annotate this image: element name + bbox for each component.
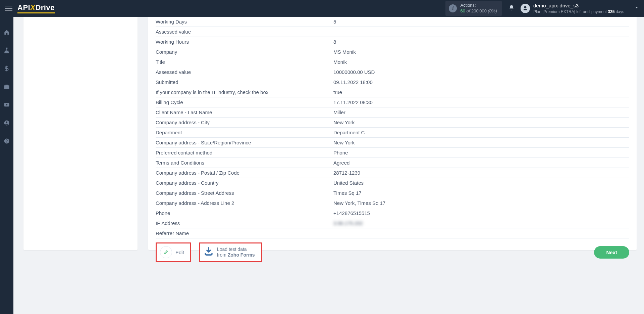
table-row: If your company is in the IT industry, c… — [156, 87, 629, 97]
avatar — [521, 4, 530, 13]
row-key: Working Days — [156, 17, 333, 27]
row-key: Department — [156, 128, 333, 138]
row-key: Company — [156, 47, 333, 57]
info-icon: i — [449, 4, 457, 12]
table-row: Phone+142876515515 — [156, 208, 629, 218]
table-row: Company address - CountryUnited States — [156, 178, 629, 188]
row-key: Assessed value — [156, 67, 333, 77]
row-value: +142876515515 — [333, 208, 629, 218]
load-test-data-button[interactable]: Load test data from Zoho Forms — [199, 242, 262, 262]
edit-icon-circle — [160, 246, 172, 258]
row-key: Company address - Street Address — [156, 188, 333, 198]
right-panel: Working Days5Assessed valueWorking Hours… — [148, 17, 637, 250]
notifications-button[interactable] — [508, 4, 515, 12]
nav-home[interactable] — [0, 27, 13, 38]
row-value: New York — [333, 118, 629, 128]
row-value: Monik — [333, 57, 629, 67]
left-nav — [0, 17, 13, 314]
row-key: Working Hours — [156, 37, 333, 47]
row-key: Billing Cycle — [156, 97, 333, 107]
table-row: Company address - Address Line 2New York… — [156, 198, 629, 208]
row-key: Client Name - Last Name — [156, 107, 333, 118]
content-area: Working Days5Assessed valueWorking Hours… — [13, 17, 644, 314]
edit-label: Edit — [175, 250, 184, 255]
actions-text: Actions: 60 of 200'000 (0%) — [460, 3, 497, 14]
nav-account[interactable] — [0, 118, 13, 128]
actions-total: 200'000 — [471, 8, 487, 13]
row-value: New York, Times Sq 17 — [333, 198, 629, 208]
row-value — [333, 228, 629, 238]
nav-billing[interactable] — [0, 63, 13, 74]
row-key: IP Address — [156, 218, 333, 228]
row-value: 8 — [333, 37, 629, 47]
table-row: Referrer Name — [156, 228, 629, 238]
test-data-table: Working Days5Assessed valueWorking Hours… — [156, 17, 629, 238]
row-value: United States — [333, 178, 629, 188]
nav-help[interactable] — [0, 136, 13, 146]
nav-tools[interactable] — [0, 81, 13, 92]
row-key: Company address - City — [156, 118, 333, 128]
row-key: Referrer Name — [156, 228, 333, 238]
left-panel — [23, 17, 138, 250]
dollar-icon — [4, 65, 10, 72]
row-key: Preferred contact method — [156, 148, 333, 158]
table-row: Assessed value — [156, 27, 629, 37]
actions-counter[interactable]: i Actions: 60 of 200'000 (0%) — [445, 1, 501, 16]
actions-pct: (0%) — [487, 8, 497, 13]
row-value: Agreed — [333, 158, 629, 168]
row-value: 3.96.175.202 — [333, 218, 629, 228]
row-value: 28712-1239 — [333, 168, 629, 178]
table-row: Company address - CityNew York — [156, 118, 629, 128]
table-row: IP Address3.96.175.202 — [156, 218, 629, 228]
row-key: Company address - Country — [156, 178, 333, 188]
app-header: APIXDrive i Actions: 60 of 200'000 (0%) … — [0, 0, 644, 17]
table-row: Assessed value10000000.00 USD — [156, 67, 629, 77]
table-row: Company address - Street AddressTimes Sq… — [156, 188, 629, 198]
row-key: Title — [156, 57, 333, 67]
table-row: Billing Cycle17.11.2022 08:30 — [156, 97, 629, 107]
table-row: DepartmentDepartment C — [156, 128, 629, 138]
bell-icon — [508, 4, 515, 11]
edit-button[interactable]: Edit — [156, 242, 191, 262]
load-text: Load test data from Zoho Forms — [217, 246, 255, 258]
user-menu-toggle[interactable] — [634, 5, 639, 11]
pencil-icon — [163, 250, 169, 255]
app-logo[interactable]: APIXDrive — [17, 3, 55, 13]
nav-connections[interactable] — [0, 45, 13, 56]
user-icon — [523, 6, 528, 11]
table-row: Client Name - Last NameMiller — [156, 107, 629, 118]
row-value: 09.11.2022 18:00 — [333, 77, 629, 87]
row-value: 17.11.2022 08:30 — [333, 97, 629, 107]
row-value: Department C — [333, 128, 629, 138]
row-key: Company address - State/Region/Province — [156, 138, 333, 148]
row-value: Phone — [333, 148, 629, 158]
row-value: true — [333, 87, 629, 97]
nav-youtube[interactable] — [0, 99, 13, 110]
row-key: Terms and Conditions — [156, 158, 333, 168]
load-from: from — [217, 252, 228, 258]
user-menu[interactable]: demo_apix-drive_s3 Plan |Premium EXTRA| … — [521, 2, 624, 14]
row-value: Times Sq 17 — [333, 188, 629, 198]
chevron-down-icon — [634, 5, 639, 10]
logo-post: Drive — [35, 3, 55, 12]
row-key: If your company is in the IT industry, c… — [156, 87, 333, 97]
user-plan: Plan |Premium EXTRA| left until payment … — [533, 9, 624, 14]
logo-x: X — [30, 3, 35, 12]
load-source: Zoho Forms — [228, 252, 255, 258]
load-line1: Load test data — [217, 246, 255, 253]
table-row: TitleMonik — [156, 57, 629, 67]
table-row: Working Days5 — [156, 17, 629, 27]
table-row: Working Hours8 — [156, 37, 629, 47]
next-button[interactable]: Next — [594, 246, 629, 259]
user-circle-icon — [4, 120, 10, 126]
toolbox-icon — [4, 84, 10, 90]
row-value: 10000000.00 USD — [333, 67, 629, 77]
row-value: New York — [333, 138, 629, 148]
home-icon — [4, 29, 10, 35]
table-row: Company address - State/Region/ProvinceN… — [156, 138, 629, 148]
download-icon — [204, 246, 214, 258]
table-row: Company address - Postal / Zip Code28712… — [156, 168, 629, 178]
svg-point-2 — [6, 122, 8, 123]
menu-toggle-button[interactable] — [5, 6, 12, 11]
actions-count: 60 — [460, 8, 465, 13]
